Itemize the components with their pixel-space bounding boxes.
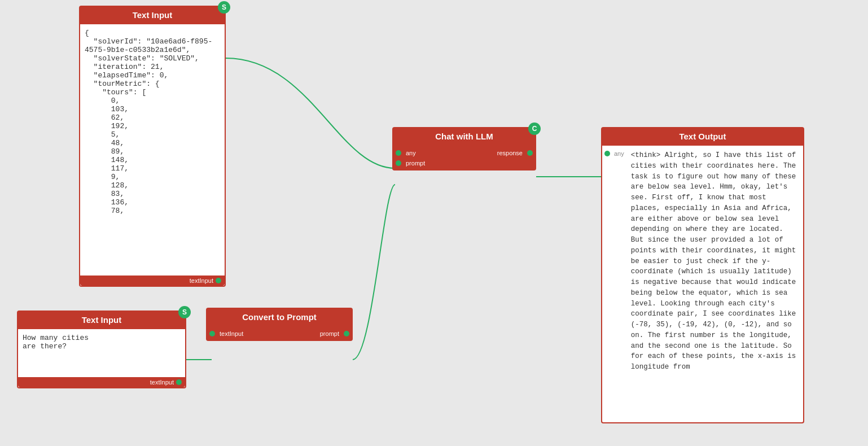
chat-any-row: any response	[392, 148, 536, 158]
text-input-1-port-dot[interactable]	[216, 278, 221, 283]
convert-port-left-dot[interactable]	[209, 331, 215, 336]
chat-prompt-dot[interactable]	[396, 160, 401, 166]
convert-to-prompt-node: Convert to Prompt textInput prompt	[206, 308, 353, 341]
chat-response-dot[interactable]	[527, 150, 533, 156]
text-output-content: <think> Alright, so I have this list of …	[626, 146, 803, 422]
convert-port-row: textInput prompt	[206, 329, 353, 339]
text-input-2-badge: S	[178, 306, 191, 318]
convert-header: Convert to Prompt	[206, 308, 353, 326]
text-input-2-port-label: textInput	[150, 379, 174, 386]
chat-ports: any response prompt	[392, 146, 536, 170]
text-input-node-2: Text Input S How many cities are there? …	[17, 311, 186, 388]
text-input-2-title: Text Input	[82, 315, 122, 325]
convert-port-right-label: prompt	[320, 330, 339, 337]
text-output-node: Text Output any <think> Alright, so I ha…	[601, 127, 804, 423]
text-output-header: Text Output	[601, 127, 804, 146]
text-input-1-title: Text Input	[133, 10, 173, 20]
text-output-title: Text Output	[679, 132, 726, 141]
text-input-2-port-row: textInput	[18, 377, 185, 387]
chat-with-llm-node: Chat with LLM C any response prompt	[392, 127, 536, 170]
chat-prompt-row: prompt	[392, 158, 536, 168]
text-input-1-content[interactable]: { "solverId": "10ae6ad6-f895-4575-9b1e-c…	[80, 24, 225, 276]
output-any-dot[interactable]	[604, 151, 610, 156]
chat-badge: C	[528, 123, 541, 135]
chat-header: Chat with LLM C	[392, 127, 536, 146]
text-input-1-header: Text Input S	[79, 6, 226, 24]
chat-any-label: any	[406, 150, 416, 156]
convert-ports: textInput prompt	[206, 326, 353, 341]
chat-prompt-label: prompt	[406, 160, 425, 167]
text-input-1-port-row: textInput	[80, 276, 225, 286]
output-port-area: any	[602, 146, 626, 157]
convert-port-left-label: textInput	[220, 330, 243, 337]
text-output-body: any <think> Alright, so I have this list…	[601, 146, 804, 423]
text-input-2-header: Text Input S	[17, 311, 186, 329]
text-input-2-port-dot[interactable]	[176, 379, 182, 385]
chat-response-label: response	[497, 150, 523, 156]
convert-port-right-dot[interactable]	[344, 331, 349, 336]
text-input-node-1: Text Input S { "solverId": "10ae6ad6-f89…	[79, 6, 226, 287]
text-input-2-content[interactable]: How many cities are there?	[18, 329, 185, 374]
chat-title: Chat with LLM	[435, 132, 493, 141]
convert-title: Convert to Prompt	[242, 312, 317, 322]
output-any-label: any	[614, 150, 624, 157]
text-input-1-port-label: textInput	[190, 277, 213, 284]
chat-any-dot[interactable]	[396, 150, 401, 156]
text-input-1-badge: S	[218, 1, 230, 14]
